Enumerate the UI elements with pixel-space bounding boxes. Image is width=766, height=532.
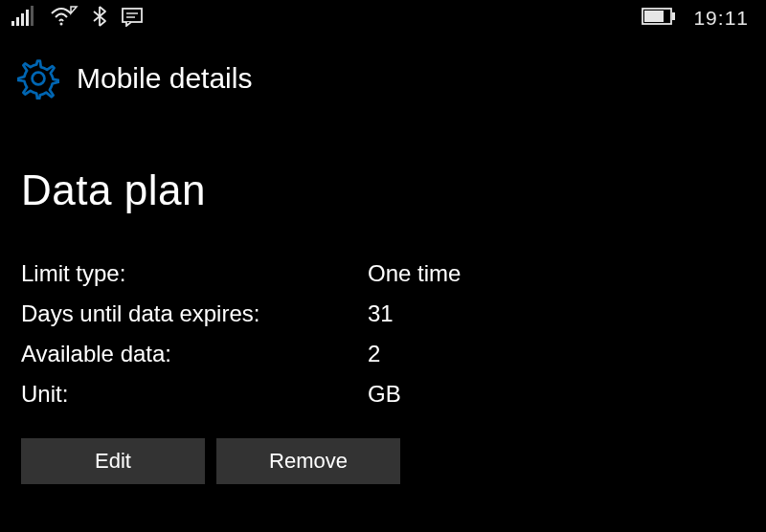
battery-icon — [642, 8, 676, 29]
status-clock: 19:11 — [693, 7, 749, 30]
svg-point-12 — [33, 73, 45, 85]
value-days-expires: 31 — [368, 300, 745, 327]
svg-rect-0 — [11, 21, 14, 26]
svg-rect-3 — [26, 10, 29, 26]
row-unit: Unit: GB — [21, 381, 745, 408]
status-left — [11, 5, 144, 32]
svg-rect-4 — [31, 6, 34, 26]
svg-rect-1 — [16, 17, 19, 26]
status-right: 19:11 — [642, 7, 749, 30]
message-icon — [121, 6, 144, 31]
content-area: Data plan Limit type: One time Days unti… — [0, 109, 766, 484]
row-limit-type: Limit type: One time — [21, 260, 745, 287]
svg-point-5 — [60, 23, 63, 26]
bluetooth-icon — [92, 5, 107, 32]
row-available-data: Available data: 2 — [21, 341, 745, 367]
svg-rect-2 — [21, 13, 24, 26]
signal-icon — [11, 6, 36, 31]
wifi-icon — [50, 6, 79, 31]
row-days-expires: Days until data expires: 31 — [21, 300, 745, 327]
button-row: Edit Remove — [21, 438, 745, 484]
gear-icon — [17, 57, 59, 100]
edit-button[interactable]: Edit — [21, 438, 205, 484]
page-title: Mobile details — [77, 62, 252, 95]
value-limit-type: One time — [368, 260, 745, 287]
value-unit: GB — [368, 381, 745, 408]
remove-button[interactable]: Remove — [216, 438, 400, 484]
label-days-expires: Days until data expires: — [21, 300, 368, 327]
svg-rect-10 — [644, 11, 664, 22]
label-limit-type: Limit type: — [21, 260, 368, 287]
value-available-data: 2 — [368, 341, 745, 367]
section-heading: Data plan — [21, 166, 745, 214]
label-unit: Unit: — [21, 381, 368, 408]
label-available-data: Available data: — [21, 341, 368, 367]
status-bar: 19:11 — [0, 0, 766, 36]
page-header: Mobile details — [0, 36, 766, 109]
svg-rect-6 — [123, 9, 142, 22]
svg-rect-11 — [672, 12, 675, 20]
